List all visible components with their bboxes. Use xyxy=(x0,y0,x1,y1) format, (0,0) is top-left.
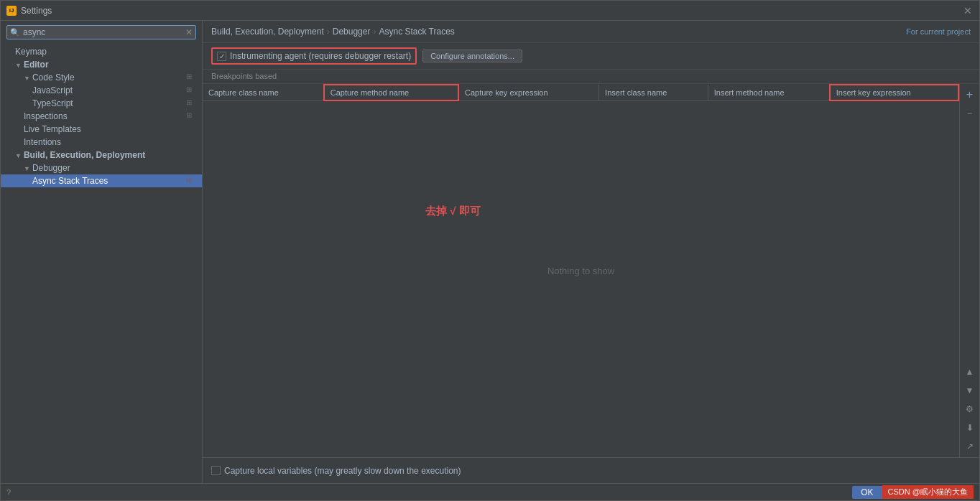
copy-icon-async: ⊞ xyxy=(186,176,196,186)
breadcrumb-path: Build, Execution, Deployment › Debugger … xyxy=(211,27,455,37)
export-button[interactable]: ↗ xyxy=(962,439,978,454)
sidebar-item-inspections[interactable]: Inspections ⊞ xyxy=(1,110,202,123)
copy-icon: ⊞ xyxy=(186,72,196,83)
col-insert-key: Insert key expression xyxy=(830,85,958,100)
breadcrumb-sep1: › xyxy=(327,27,330,37)
table-container: Capture class name Capture method name C… xyxy=(203,84,959,457)
breakpoints-label: Breakpoints based xyxy=(203,70,979,84)
remove-row-button[interactable]: − xyxy=(962,106,978,121)
search-clear-icon[interactable]: ✕ xyxy=(185,27,193,37)
sidebar-item-intentions[interactable]: Intentions xyxy=(1,136,202,149)
capture-local-option[interactable]: Capture local variables (may greatly slo… xyxy=(211,466,461,476)
breadcrumb: Build, Execution, Deployment › Debugger … xyxy=(203,21,979,43)
capture-local-checkbox[interactable] xyxy=(211,466,221,475)
help-button[interactable]: ? xyxy=(6,488,11,497)
nav-tree: Keymap ▼Editor ▼Code Style ⊞ JavaScript … xyxy=(1,44,202,189)
window-title: Settings xyxy=(21,6,52,16)
instrumenting-label: Instrumenting agent (requires debugger r… xyxy=(230,51,411,61)
breadcrumb-sep2: › xyxy=(373,27,376,37)
instrumenting-checkbox[interactable] xyxy=(217,52,226,61)
settings-window: IJ Settings ✕ 🔍 ✕ Keymap ▼Editor xyxy=(0,0,980,501)
data-table: Capture class name Capture method name C… xyxy=(203,84,959,101)
copy-icon-js: ⊞ xyxy=(186,85,196,95)
settings-button[interactable]: ⚙ xyxy=(962,401,978,417)
bottom-bar: Capture local variables (may greatly slo… xyxy=(203,457,979,483)
copy-icon-inspections: ⊞ xyxy=(186,111,196,121)
search-box[interactable]: 🔍 ✕ xyxy=(6,25,196,39)
sidebar-item-live-templates[interactable]: Live Templates xyxy=(1,123,202,136)
panel-options: Instrumenting agent (requires debugger r… xyxy=(203,43,979,70)
instrumenting-option[interactable]: Instrumenting agent (requires debugger r… xyxy=(211,47,417,65)
copy-icon-ts: ⊞ xyxy=(186,98,196,108)
sidebar-item-code-style[interactable]: ▼Code Style ⊞ xyxy=(1,71,202,84)
sidebar: 🔍 ✕ Keymap ▼Editor ▼Code Style ⊞ xyxy=(1,21,203,483)
scroll-up-button[interactable]: ▲ xyxy=(962,364,978,380)
configure-annotations-button[interactable]: Configure annotations... xyxy=(422,50,522,62)
sidebar-item-debugger[interactable]: ▼Debugger xyxy=(1,161,202,174)
main-panel: Build, Execution, Deployment › Debugger … xyxy=(203,21,979,483)
add-row-button[interactable]: + xyxy=(962,87,978,103)
col-capture-class: Capture class name xyxy=(203,85,324,100)
title-bar-left: IJ Settings xyxy=(6,6,52,16)
empty-state-message: Nothing to show xyxy=(547,266,614,276)
col-capture-method: Capture method name xyxy=(324,85,458,100)
search-input[interactable] xyxy=(23,27,185,37)
close-button[interactable]: ✕ xyxy=(962,5,974,17)
col-capture-key: Capture key expression xyxy=(458,85,599,100)
col-insert-class: Insert class name xyxy=(599,85,708,100)
col-insert-method: Insert method name xyxy=(708,85,830,100)
capture-local-label: Capture local variables (may greatly slo… xyxy=(224,466,461,476)
breadcrumb-current: Async Stack Traces xyxy=(379,27,454,37)
sidebar-item-build[interactable]: ▼Build, Execution, Deployment xyxy=(1,149,202,161)
sidebar-item-typescript[interactable]: TypeScript ⊞ xyxy=(1,97,202,110)
sidebar-item-editor[interactable]: ▼Editor xyxy=(1,58,202,71)
search-icon: 🔍 xyxy=(10,28,20,37)
sidebar-item-keymap[interactable]: Keymap xyxy=(1,45,202,58)
ok-button[interactable]: OK xyxy=(852,486,882,499)
app-icon: IJ xyxy=(6,6,17,16)
download-button[interactable]: ⬇ xyxy=(962,420,978,436)
breadcrumb-part1: Build, Execution, Deployment xyxy=(211,27,324,37)
csdn-badge: CSDN @眠小猫的大鱼 xyxy=(882,485,974,499)
table-header-row: Capture class name Capture method name C… xyxy=(203,85,958,100)
right-toolbar: + − ▲ ▼ ⚙ ⬇ ↗ xyxy=(959,84,979,457)
sidebar-item-async-stack-traces[interactable]: Async Stack Traces ⊞ xyxy=(1,174,202,187)
annotation-text: 去掉 √ 即可 xyxy=(425,205,481,218)
title-bar: IJ Settings ✕ xyxy=(1,1,979,21)
breadcrumb-part2: Debugger xyxy=(333,27,371,37)
for-project-label: For current project xyxy=(906,27,971,36)
main-content: 🔍 ✕ Keymap ▼Editor ▼Code Style ⊞ xyxy=(1,21,979,483)
status-bar: ? OK CSDN @眠小猫的大鱼 xyxy=(1,483,979,500)
scroll-down-button[interactable]: ▼ xyxy=(962,383,978,398)
sidebar-item-javascript[interactable]: JavaScript ⊞ xyxy=(1,84,202,97)
status-right: OK CSDN @眠小猫的大鱼 xyxy=(852,485,974,499)
